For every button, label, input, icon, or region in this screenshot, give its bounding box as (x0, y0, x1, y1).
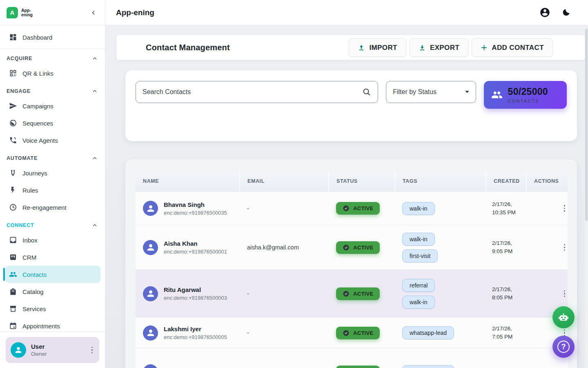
contact-name: Lakshmi Iyer (164, 325, 227, 332)
avatar (143, 286, 158, 301)
page-header: Contact Management IMPORT EXPORT ADD CON… (116, 35, 585, 60)
status-badge: ACTIVE (336, 202, 380, 215)
table-row: Aisha Khanenc:demo:+919876500001 aisha.k… (136, 225, 568, 269)
sidebar-item-journeys[interactable]: Journeys (0, 164, 105, 182)
status-badge: ACTIVE (336, 241, 380, 254)
contact-email (240, 348, 329, 368)
contact-name: Aisha Khan (164, 240, 227, 247)
search-input[interactable] (143, 88, 362, 96)
section-acquire[interactable]: ACQUIRE (0, 49, 105, 65)
contact-email: - (240, 192, 329, 225)
contacts-count-badge: 50/25000 CONTACTS (484, 81, 567, 109)
chevron-up-icon (92, 155, 98, 161)
dropdown-caret-icon (465, 90, 470, 94)
sidebar-item-contacts[interactable]: Contacts (5, 266, 100, 283)
avatar (143, 201, 158, 216)
sidebar-item-voice-agents[interactable]: Voice Agents (0, 132, 105, 149)
avatar (143, 364, 158, 368)
search-icon (362, 88, 371, 96)
row-actions-menu-button[interactable] (561, 202, 568, 214)
download-icon (419, 44, 426, 52)
help-fab-button[interactable]: ? (552, 336, 575, 358)
tag-chip: walk-in (402, 202, 435, 215)
phone-icon (9, 136, 17, 144)
table-row: Ritu Agarwalenc:demo:+919876500003 - ACT… (136, 269, 568, 317)
contact-name: Ritu Agarwal (164, 286, 227, 293)
dark-mode-moon-icon[interactable] (561, 8, 571, 17)
table-row: Bhavna Singhenc:demo:+919876500035 - ACT… (136, 191, 568, 225)
person-icon (146, 204, 156, 213)
contact-phone: enc:demo:+919876500035 (164, 210, 227, 216)
chatbot-fab-button[interactable] (552, 306, 575, 328)
person-icon (14, 346, 23, 355)
section-automate[interactable]: AUTOMATE (0, 149, 105, 164)
account-circle-icon[interactable] (539, 7, 550, 18)
column-header-email[interactable]: EMAIL (240, 171, 329, 191)
sidebar-item-qr-links[interactable]: QR & Links (0, 65, 105, 82)
sidebar-item-catalog[interactable]: Catalog (0, 283, 105, 300)
row-actions-menu-button[interactable] (561, 366, 568, 368)
sidebar-item-sequences[interactable]: Sequences (0, 114, 105, 132)
person-icon (146, 242, 156, 252)
groups-icon (491, 89, 503, 101)
chevron-up-icon (92, 222, 98, 228)
check-circle-icon (343, 244, 350, 251)
column-header-tags[interactable]: TAGS (395, 171, 486, 191)
column-header-actions: ACTIONS (527, 171, 568, 191)
send-icon (9, 102, 17, 110)
column-header-name[interactable]: NAME (136, 171, 240, 191)
sidebar-header: A App- ening (0, 0, 105, 25)
page-title: Contact Management (146, 43, 230, 52)
clock-icon (9, 203, 17, 211)
contact-email: - (240, 318, 329, 348)
sidebar-nav: Dashboard ACQUIRE QR & Links ENGAGE Camp… (0, 25, 105, 332)
user-card[interactable]: User Owner (6, 337, 99, 363)
export-button[interactable]: EXPORT (410, 38, 468, 57)
column-header-created[interactable]: CREATED (486, 171, 527, 191)
tag-chip: whatsapp-lead (402, 326, 454, 339)
user-menu-button[interactable] (89, 344, 96, 356)
section-connect[interactable]: CONNECT (0, 216, 105, 231)
sidebar-item-dashboard[interactable]: Dashboard (0, 29, 105, 46)
person-icon (146, 328, 156, 338)
import-button[interactable]: IMPORT (349, 38, 406, 57)
check-circle-icon (343, 330, 350, 337)
check-circle-icon (343, 290, 350, 297)
app-logo-text: App- ening (21, 8, 33, 17)
dashboard-icon (9, 33, 17, 41)
search-filter-card: Filter by Status 50/25000 CONTACTS (125, 70, 577, 141)
status-badge: ACTIVE (336, 287, 380, 300)
row-actions-menu-button[interactable] (561, 242, 568, 254)
created-at: 2/17/26,8:05 PM (486, 270, 527, 317)
contacts-table-card: NAME EMAIL STATUS TAGS CREATED ACTIONS B… (125, 159, 577, 368)
user-name: User (31, 343, 47, 350)
journey-route-icon (9, 169, 17, 177)
created-at: 2/17/26 (486, 348, 527, 368)
sidebar-item-reengagement[interactable]: Re-engagement (0, 199, 105, 216)
sidebar-item-inbox[interactable]: Inbox (0, 231, 105, 249)
sidebar-item-rules[interactable]: Rules (0, 182, 105, 199)
tag-chip: referral (402, 279, 435, 292)
scrollbar-track (585, 25, 588, 368)
sidebar-collapse-button[interactable] (89, 8, 98, 18)
section-engage[interactable]: ENGAGE (0, 82, 105, 97)
sidebar-item-appointments[interactable]: Appointments (0, 317, 105, 332)
tag-chip: campaign-lead (402, 365, 454, 368)
user-avatar (11, 342, 26, 358)
scrollbar-thumb[interactable] (585, 29, 588, 221)
people-icon (9, 270, 17, 278)
contact-phone: enc:demo:+919876500005 (164, 334, 227, 340)
status-badge: ACTIVE (336, 327, 380, 339)
plus-icon (481, 44, 488, 51)
created-at: 2/17/26,7:05 PM (486, 318, 527, 348)
sidebar-item-crm[interactable]: CRM (0, 249, 105, 266)
question-mark-icon: ? (557, 341, 570, 353)
contact-phone: enc:demo:+919876500003 (164, 295, 227, 301)
row-actions-menu-button[interactable] (561, 288, 568, 300)
status-filter-select[interactable]: Filter by Status (386, 81, 476, 103)
search-field[interactable] (136, 81, 378, 103)
add-contact-button[interactable]: ADD CONTACT (472, 38, 553, 57)
sidebar-item-services[interactable]: Services (0, 300, 105, 317)
column-header-status[interactable]: STATUS (329, 171, 395, 191)
sidebar-item-campaigns[interactable]: Campaigns (0, 97, 105, 114)
